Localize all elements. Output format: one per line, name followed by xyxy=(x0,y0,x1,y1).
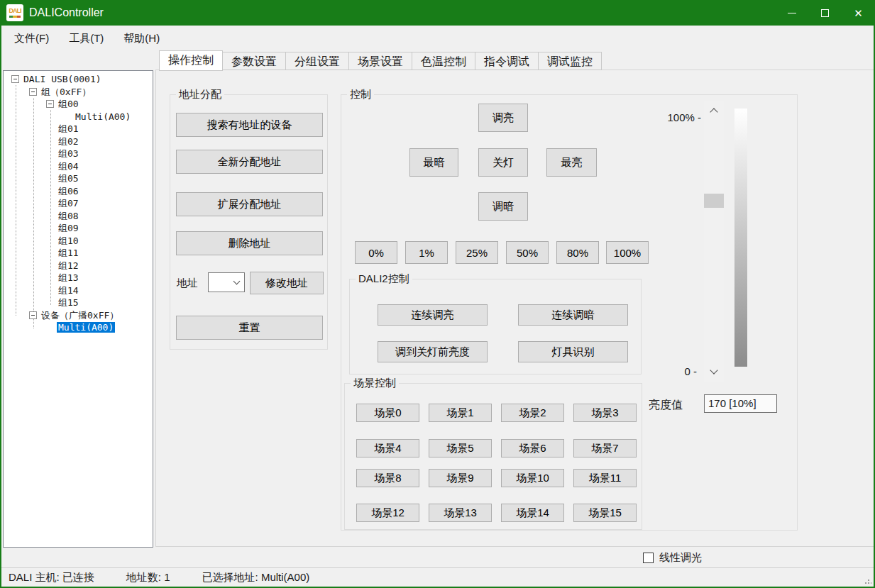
tree-item[interactable]: 组（0xFF） xyxy=(40,86,92,99)
tree-expander[interactable] xyxy=(46,100,54,108)
app-icon-bar xyxy=(9,16,21,18)
scene-control-group: 场景控制 场景0场景1场景2场景3场景4场景5场景6场景7场景8场景9场景10场… xyxy=(344,383,642,530)
lights-off-button[interactable]: 关灯 xyxy=(478,148,528,177)
continuous-dim-button[interactable]: 连续调暗 xyxy=(518,304,628,326)
tab-0[interactable]: 操作控制 xyxy=(159,50,223,71)
scene-button-0[interactable]: 场景0 xyxy=(356,404,419,422)
percent-button-25[interactable]: 25% xyxy=(456,241,498,264)
tree-item[interactable]: 组09 xyxy=(57,222,80,235)
close-icon: ✕ xyxy=(854,8,863,18)
scene-button-4[interactable]: 场景4 xyxy=(356,439,419,457)
app-icon: DALI xyxy=(6,4,23,21)
tree-item[interactable]: 组04 xyxy=(57,160,80,173)
tree-item[interactable]: 组08 xyxy=(57,210,80,223)
tree-item[interactable]: 组05 xyxy=(57,172,80,185)
tab-3[interactable]: 场景设置 xyxy=(349,52,412,70)
scene-button-12[interactable]: 场景12 xyxy=(356,504,419,522)
tree-item[interactable]: 组02 xyxy=(57,135,80,148)
brightness-gradient-bar xyxy=(734,109,747,367)
tree-item[interactable]: Multi(A00) xyxy=(74,111,132,123)
tree-item-label: 组04 xyxy=(57,161,80,172)
brighten-button[interactable]: 调亮 xyxy=(478,104,528,132)
scene-button-1[interactable]: 场景1 xyxy=(429,404,492,422)
linear-dimming-label: 线性调光 xyxy=(659,551,702,565)
reset-button[interactable]: 重置 xyxy=(176,316,323,340)
scene-button-8[interactable]: 场景8 xyxy=(356,469,419,487)
scroll-up-icon[interactable] xyxy=(710,108,717,116)
percent-button-80[interactable]: 80% xyxy=(556,241,599,264)
tree-item-label: 组14 xyxy=(57,285,80,296)
scene-button-2[interactable]: 场景2 xyxy=(501,404,564,422)
brightness-value-label: 亮度值 xyxy=(649,398,683,413)
tab-4[interactable]: 色温控制 xyxy=(412,52,475,70)
tab-6[interactable]: 调试监控 xyxy=(539,52,602,70)
tree-item[interactable]: 组00 xyxy=(57,98,80,111)
percent-button-0[interactable]: 0% xyxy=(355,241,397,264)
tree-item[interactable]: 组03 xyxy=(57,148,80,160)
tree-item-label: 组09 xyxy=(57,223,80,233)
brightest-button[interactable]: 最亮 xyxy=(546,148,597,177)
menu-item-0[interactable]: 文件(F) xyxy=(7,28,56,50)
menu-item-2[interactable]: 帮助(H) xyxy=(116,28,167,50)
brightness-scrollbar[interactable] xyxy=(704,101,724,382)
recall-last-level-button[interactable]: 调到关灯前亮度 xyxy=(378,341,488,362)
search-addressed-devices-button[interactable]: 搜索有地址的设备 xyxy=(176,113,323,137)
tree-item-label: Multi(A00) xyxy=(74,111,132,122)
scene-button-3[interactable]: 场景3 xyxy=(573,404,637,422)
extend-assign-addresses-button[interactable]: 扩展分配地址 xyxy=(176,192,323,216)
tree-item[interactable]: 组12 xyxy=(57,260,80,272)
tree-item-label: 组01 xyxy=(57,123,80,134)
close-button[interactable]: ✕ xyxy=(842,0,875,26)
scene-button-11[interactable]: 场景11 xyxy=(573,469,637,487)
tree-item[interactable]: 组14 xyxy=(57,284,80,297)
modify-address-button[interactable]: 修改地址 xyxy=(250,272,324,294)
tab-1[interactable]: 参数设置 xyxy=(223,52,286,70)
tab-2[interactable]: 分组设置 xyxy=(286,52,349,70)
tab-5[interactable]: 指令调试 xyxy=(475,52,539,70)
tree-item[interactable]: 组07 xyxy=(57,197,80,210)
scroll-down-icon[interactable] xyxy=(710,366,717,374)
tree-item[interactable]: 组15 xyxy=(57,296,80,309)
continuous-brighten-button[interactable]: 连续调亮 xyxy=(378,304,488,326)
tree-item[interactable]: 设备（广播0xFF） xyxy=(40,309,120,322)
tree-item[interactable]: 组11 xyxy=(57,247,80,260)
tree-item[interactable]: 组01 xyxy=(57,123,80,135)
percent-button-1[interactable]: 1% xyxy=(405,241,448,264)
device-tree: DALI USB(0001)组（0xFF）组00Multi(A00)组01组02… xyxy=(3,70,153,548)
scene-button-9[interactable]: 场景9 xyxy=(429,469,492,487)
tree-item-label: 组08 xyxy=(57,211,80,221)
delete-address-button[interactable]: 删除地址 xyxy=(176,231,323,255)
percent-button-50[interactable]: 50% xyxy=(506,241,549,264)
assign-new-addresses-button[interactable]: 全新分配地址 xyxy=(176,150,323,174)
tree-item-label: 组03 xyxy=(57,148,80,159)
scene-button-6[interactable]: 场景6 xyxy=(501,439,564,457)
linear-dimming-checkbox[interactable] xyxy=(643,553,654,563)
tree-item[interactable]: 组13 xyxy=(57,272,80,284)
scene-button-7[interactable]: 场景7 xyxy=(573,439,637,457)
tree-item[interactable]: 组10 xyxy=(57,235,80,248)
percent-button-100[interactable]: 100% xyxy=(606,241,649,264)
scene-control-group-title: 场景控制 xyxy=(351,377,399,389)
minimize-button[interactable] xyxy=(775,0,808,26)
minimize-icon xyxy=(788,13,796,13)
tree-item[interactable]: 组06 xyxy=(57,185,80,198)
maximize-button[interactable] xyxy=(808,0,842,26)
scene-button-5[interactable]: 场景5 xyxy=(429,439,492,457)
scene-button-13[interactable]: 场景13 xyxy=(429,504,492,522)
resize-grip[interactable] xyxy=(864,577,871,584)
tree-expander[interactable] xyxy=(29,311,37,319)
tree-expander[interactable] xyxy=(11,75,19,83)
scene-button-10[interactable]: 场景10 xyxy=(501,469,564,487)
address-combobox[interactable] xyxy=(208,272,245,292)
luminaire-identify-button[interactable]: 灯具识别 xyxy=(518,341,628,362)
dim-button[interactable]: 调暗 xyxy=(478,192,528,221)
scene-button-15[interactable]: 场景15 xyxy=(573,504,637,522)
dimmest-button[interactable]: 最暗 xyxy=(409,148,458,177)
scene-button-14[interactable]: 场景14 xyxy=(501,504,564,522)
address-label: 地址 xyxy=(177,277,198,290)
scrollbar-thumb[interactable] xyxy=(704,194,724,208)
menu-item-1[interactable]: 工具(T) xyxy=(62,28,111,50)
tree-item[interactable]: Multi(A00) xyxy=(57,321,115,334)
tree-expander[interactable] xyxy=(29,88,37,96)
tree-item[interactable]: DALI USB(0001) xyxy=(22,73,103,86)
